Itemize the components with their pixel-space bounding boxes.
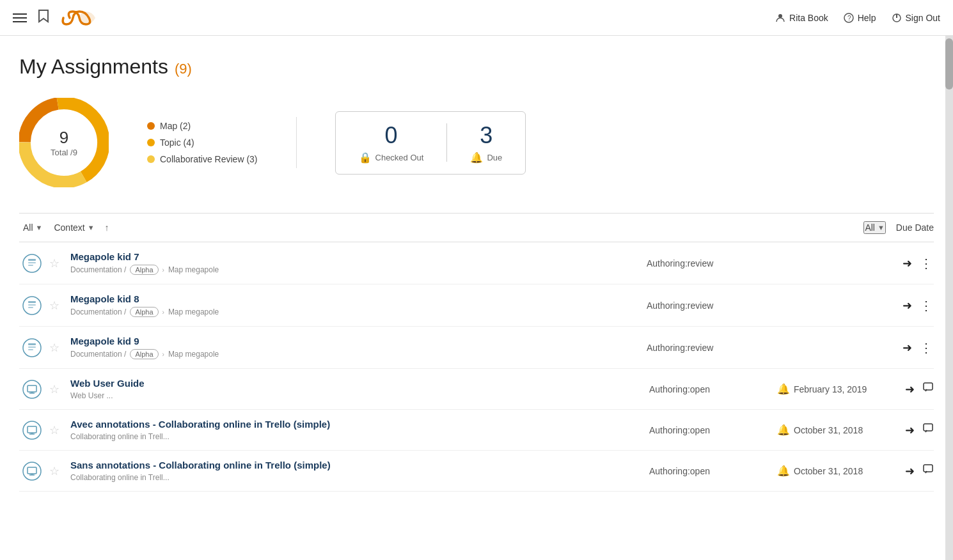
chart-legend: Map (2) Topic (4) Collaborative Review (… (147, 121, 258, 164)
row-content: Megapole kid 9 Documentation / Alpha › M… (64, 336, 647, 359)
svg-rect-16 (28, 307, 33, 308)
row-due: 🔔 October 31, 2018 (777, 465, 905, 477)
row-status: Authoring:open (649, 425, 777, 435)
row-path: Documentation / (70, 307, 126, 316)
navigate-arrow[interactable]: ➜ (902, 256, 912, 270)
checked-out-label: Checked Out (375, 153, 424, 162)
checked-out-label-row: 🔒 Checked Out (359, 152, 424, 164)
donut-num: 9 (51, 128, 77, 148)
legend-dot-collab (147, 155, 155, 163)
navigate-arrow[interactable]: ➜ (902, 341, 912, 355)
all-right-label: All (865, 222, 875, 233)
page-title-row: My Assignments (9) (19, 55, 934, 79)
due-label-row: 🔔 Due (470, 152, 502, 164)
row-path: Collaborating online in Trell... (70, 473, 169, 482)
table-section: All ▼ Context ▼ ↑ All ▼ Due Date (19, 213, 934, 492)
page-title: My Assignments (19, 55, 168, 79)
svg-rect-32 (28, 467, 36, 474)
row-content: Megapole kid 8 Documentation / Alpha › M… (64, 293, 647, 317)
row-content: Megapole kid 7 Documentation / Alpha › M… (64, 251, 647, 275)
row-chevron: › (162, 351, 164, 358)
svg-point-26 (23, 421, 41, 439)
svg-rect-25 (924, 383, 933, 390)
svg-rect-10 (28, 259, 36, 261)
row-type-icon (19, 420, 45, 440)
row-subtitle: Collaborating online in Trell... (70, 432, 643, 441)
svg-rect-19 (28, 346, 36, 348)
row-due: 🔔 February 13, 2019 (777, 383, 905, 395)
star-btn[interactable]: ☆ (45, 256, 64, 270)
user-name: Rita Book (789, 13, 828, 23)
sort-icon[interactable]: ↑ (105, 222, 109, 233)
row-type-icon (19, 379, 45, 400)
all-right-filter-btn[interactable]: All ▼ (863, 221, 885, 234)
table-row[interactable]: ☆ Megapole kid 8 Documentation / Alpha ›… (19, 284, 934, 327)
row-actions: ➜ ⋮ (902, 256, 934, 271)
row-map: Map megapole (168, 307, 219, 316)
legend-dot-map (147, 122, 155, 130)
comment-btn[interactable] (922, 382, 934, 396)
donut-center: 9 Total /9 (51, 128, 77, 158)
help-button[interactable]: ? Help (844, 13, 876, 23)
more-options-btn[interactable]: ⋮ (920, 256, 934, 271)
context-filter-btn[interactable]: Context ▼ (50, 220, 98, 235)
table-row[interactable]: ☆ Megapole kid 9 Documentation / Alpha ›… (19, 327, 934, 369)
table-row[interactable]: ☆ Megapole kid 7 Documentation / Alpha ›… (19, 242, 934, 284)
more-options-btn[interactable]: ⋮ (920, 298, 934, 313)
checked-out-stat: 0 🔒 Checked Out (336, 112, 447, 174)
help-label: Help (858, 13, 876, 23)
row-title: Avec annotations - Collaborating online … (70, 419, 643, 430)
navigate-arrow[interactable]: ➜ (902, 299, 912, 313)
navigate-arrow[interactable]: ➜ (905, 464, 915, 478)
table-row[interactable]: ☆ Web User Guide Web User ... Authoring:… (19, 369, 934, 410)
lock-icon: 🔒 (359, 152, 372, 164)
navigate-arrow[interactable]: ➜ (905, 423, 915, 437)
legend-topic: Topic (4) (147, 137, 258, 148)
navigate-arrow[interactable]: ➜ (905, 382, 915, 396)
context-filter-label: Context (54, 222, 84, 233)
star-btn[interactable]: ☆ (45, 464, 64, 478)
scrollbar-thumb[interactable] (945, 38, 953, 89)
signout-button[interactable]: Sign Out (892, 13, 940, 23)
row-title: Sans annotations - Collaborating online … (70, 460, 643, 471)
stats-box: 0 🔒 Checked Out 3 🔔 Due (335, 111, 526, 175)
star-btn[interactable]: ☆ (45, 382, 64, 396)
row-subtitle: Documentation / Alpha › Map megapole (70, 265, 640, 275)
all-filter-btn[interactable]: All ▼ (19, 220, 46, 235)
row-type-icon (19, 295, 45, 316)
row-content: Avec annotations - Collaborating online … (64, 419, 649, 441)
row-due: 🔔 October 31, 2018 (777, 424, 905, 436)
bookmark-icon[interactable] (37, 8, 50, 27)
row-title: Megapole kid 7 (70, 251, 640, 262)
due-bell-icon: 🔔 (777, 383, 790, 395)
row-status: Authoring:review (647, 343, 775, 353)
row-status: Authoring:review (647, 300, 775, 311)
row-subtitle: Documentation / Alpha › Map megapole (70, 349, 640, 359)
checked-out-num: 0 (384, 122, 397, 149)
svg-rect-11 (28, 262, 36, 263)
star-btn[interactable]: ☆ (45, 423, 64, 437)
legend-dot-topic (147, 139, 155, 146)
row-subtitle: Web User ... (70, 391, 643, 400)
user-menu[interactable]: Rita Book (775, 13, 828, 23)
table-row[interactable]: ☆ Avec annotations - Collaborating onlin… (19, 410, 934, 451)
all-filter-arrow: ▼ (36, 224, 43, 231)
comment-btn[interactable] (922, 463, 934, 478)
due-date-header: Due Date (896, 222, 934, 233)
row-title: Web User Guide (70, 378, 643, 389)
due-num: 3 (480, 122, 492, 149)
scrollbar[interactable] (945, 36, 953, 560)
hamburger-menu[interactable] (13, 13, 27, 22)
svg-rect-27 (28, 426, 36, 433)
row-badge: Alpha (130, 307, 158, 317)
more-options-btn[interactable]: ⋮ (920, 340, 934, 355)
donut-label: Total /9 (51, 148, 77, 158)
star-btn[interactable]: ☆ (45, 341, 64, 355)
star-btn[interactable]: ☆ (45, 299, 64, 313)
row-status: Authoring:open (649, 466, 777, 476)
legend-label-collab: Collaborative Review (3) (160, 154, 258, 164)
table-row[interactable]: ☆ Sans annotations - Collaborating onlin… (19, 451, 934, 492)
row-type-icon (19, 253, 45, 274)
comment-btn[interactable] (922, 423, 934, 437)
row-badge: Alpha (130, 265, 158, 275)
